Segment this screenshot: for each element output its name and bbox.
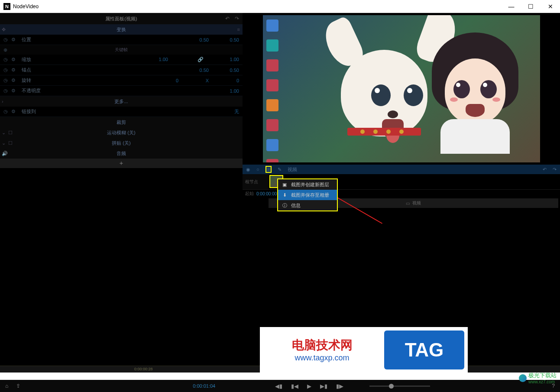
motionblur-label: 运动模糊 (关) [107,130,135,136]
linkto-row[interactable]: ◷⚙ 链接到 无 [0,107,243,117]
undo-icon[interactable]: ↶ [225,16,230,22]
visibility-icon[interactable]: ◉ [246,167,250,172]
menu-info[interactable]: ⓘ 信息 [278,200,337,211]
stopwatch-icon[interactable]: ◷ [3,78,8,83]
move-icon[interactable]: ✥ [2,27,6,32]
download-icon: ⬇ [282,192,288,198]
redo-icon[interactable]: ↷ [235,16,239,22]
start-label: 起始 [245,191,254,197]
app-icon: N [3,3,10,10]
opacity-row[interactable]: ◷⚙ 不透明度 1.00 [0,86,243,96]
stopwatch-icon[interactable]: ◷ [3,57,8,62]
preview-viewport[interactable] [243,13,560,165]
scale-x[interactable]: 1.00 [151,57,168,62]
anchor-row[interactable]: ◷⚙ 锚点 0.500.50 [0,65,243,75]
more-label: 更多... [114,98,128,105]
clip-icon: ▭ [406,201,410,206]
window-controls: — ☐ ✕ [502,0,560,13]
screenshot-menu-button[interactable]: ≡ [265,166,272,173]
position-x[interactable]: 0.50 [191,37,209,42]
prev-frame-button[interactable]: ▮◀ [291,383,298,389]
motionblur-row[interactable]: ⌄☐ 运动模糊 (关) [0,127,243,138]
desktop-icon [266,139,278,151]
gear-icon[interactable]: ⚙ [11,57,16,62]
scale-row[interactable]: ◷⚙ 缩放 1.00🔗1.00 [0,55,243,65]
add-keyframe-icon[interactable]: ⊕ [3,47,7,53]
watermark-tag: TAG [384,330,464,369]
skip-start-button[interactable]: ◀▮ [275,383,282,389]
next-frame-button[interactable]: ▶▮ [320,383,327,389]
desktop-icon [266,119,278,131]
more-row[interactable]: › 更多... [0,96,243,107]
gear-icon[interactable]: ⚙ [11,88,16,94]
start-time[interactable]: 0:00:00:00 [256,191,277,196]
rotate-axis: X [191,78,209,83]
chevron-right-icon: › [2,99,3,104]
preview-image [263,15,540,162]
transform-section-header[interactable]: ✥ 变换 ≡ [0,24,243,35]
menu-screenshot-save-album[interactable]: ⬇ 截图并保存至相册 [278,190,337,200]
scale-y[interactable]: 1.00 [222,57,239,62]
play-button[interactable]: ▶ [307,383,311,389]
rotate-label: 旋转 [22,77,74,84]
tile-row[interactable]: ⌄☐ 拼贴 (关) [0,138,243,148]
gear-icon[interactable]: ⚙ [11,78,16,83]
keyframe-subrow[interactable]: ⊕ 关键帧 [0,45,243,55]
info-icon: ⓘ [282,202,288,209]
anchor-x[interactable]: 0.50 [191,68,209,73]
menu-item-label: 截图并保存至相册 [291,192,329,198]
desktop-icon [266,59,278,71]
redo-icon[interactable]: ↷ [553,167,557,172]
stopwatch-icon[interactable]: ◷ [3,88,8,94]
home-button[interactable]: ⌂ [5,383,8,389]
linkto-value[interactable]: 无 [222,108,239,115]
checkbox-icon[interactable]: ☐ [8,130,13,136]
watermark2-title: 极光下载站 [528,372,557,379]
timecode-display[interactable]: 0:00:01:04 [193,383,215,389]
properties-panel: 属性面板(视频) ↶ ↷ ⧉ ✥ 变换 ≡ ◷⚙ 位置 0.500.50 ⊕ 关… [0,13,243,373]
minimize-button[interactable]: — [502,0,521,13]
stopwatch-icon[interactable]: ◷ [3,109,8,114]
add-property-button[interactable]: ＋ [0,159,243,168]
maximize-button[interactable]: ☐ [521,0,541,13]
menu-screenshot-new-layer[interactable]: ▣ 截图并创建新图层 [278,179,337,190]
panel-title: 属性面板(视频) [105,16,137,22]
reset-icon[interactable]: ○ [256,167,259,172]
speaker-icon[interactable]: 🔊 [2,151,8,156]
rotate-row[interactable]: ◷⚙ 旋转 0X0 [0,75,243,86]
stopwatch-icon[interactable]: ◷ [3,67,8,73]
skip-end-button[interactable]: ▮▶ [336,383,343,389]
keyframe-label: 关键帧 [115,47,128,53]
tile-label: 拼贴 (关) [112,140,130,146]
stopwatch-icon[interactable]: ◷ [3,37,8,42]
video-label: 视频 [288,166,297,173]
export-button[interactable]: ⇪ [16,383,20,389]
checkbox-icon[interactable]: ☐ [8,140,13,146]
audio-row[interactable]: 🔊 音频 [0,148,243,159]
rotate-v1[interactable]: 0 [161,78,178,83]
undo-icon[interactable]: ↶ [543,167,547,172]
chevron-down-icon: ⌄ [2,140,6,146]
playback-controls: ◀▮ ▮◀ ▶ ▶▮ ▮▶ [275,383,430,389]
gear-icon[interactable]: ⚙ [11,67,16,73]
menu-icon[interactable]: ≡ [237,27,240,32]
ruler-mark: 0:00:00:28 [134,367,153,371]
gear-icon[interactable]: ⚙ [11,109,16,114]
watermark-secondary: 极光下载站 www.xz7.com [519,372,557,384]
opacity-value[interactable]: 1.00 [222,88,239,94]
position-row[interactable]: ◷⚙ 位置 0.500.50 [0,35,243,45]
crop-row[interactable]: 裁剪 [0,117,243,127]
desktop-icon [266,79,278,91]
watermark2-url: www.xz7.com [528,379,557,384]
chevron-down-icon: ⌄ [2,130,6,136]
anchor-y[interactable]: 0.50 [222,68,239,73]
edit-icon[interactable]: ✎ [278,167,282,172]
rotate-v2[interactable]: 0 [222,78,239,83]
close-button[interactable]: ✕ [541,0,560,13]
zoom-slider[interactable] [369,386,430,387]
track-root-label[interactable]: 根节点 [243,174,269,189]
position-y[interactable]: 0.50 [222,37,239,42]
link-icon[interactable]: 🔗 [186,57,204,62]
gear-icon[interactable]: ⚙ [11,37,16,42]
menu-item-label: 截图并创建新图层 [291,181,329,188]
